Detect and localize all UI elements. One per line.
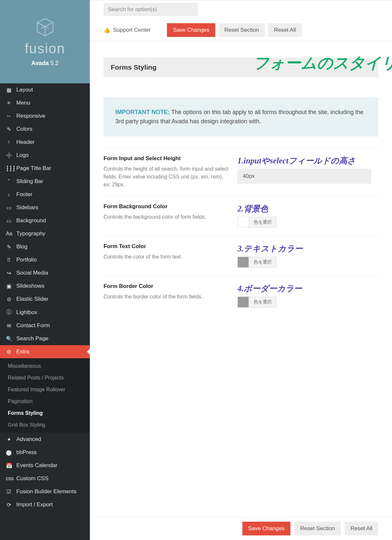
fusion-logo-icon (35, 17, 56, 38)
sidebar-item-label: Custom CSS (16, 475, 48, 482)
text-color-picker[interactable]: 色を選択 (237, 257, 277, 268)
annotation-2: 2.背景色 (237, 203, 378, 214)
sidebar-item-fusion-builder-elements[interactable]: ☑Fusion Builder Elements (0, 485, 90, 498)
save-changes-button-footer[interactable]: Save Changes (242, 522, 291, 535)
annotation-3: 3.テキストカラー (237, 243, 378, 254)
sidebar-item-label: Search Page (16, 335, 48, 342)
events-calendar-icon: 📅 (6, 463, 12, 469)
contact-form-icon: ✉ (6, 323, 12, 329)
responsive-icon: ↔ (6, 113, 12, 119)
page-title-bar-icon: ┇┇┇ (6, 165, 12, 172)
portfolio-icon: ⠿ (6, 257, 12, 263)
color-swatch (238, 297, 249, 307)
option-title: Form Input and Select Height (104, 155, 230, 162)
sidebar-item-events-calendar[interactable]: 📅Events Calendar (0, 459, 90, 472)
sidebar-item-responsive[interactable]: ↔Responsive (0, 110, 90, 123)
sidebar-item-advanced[interactable]: ✦Advanced (0, 433, 90, 446)
sidebar-item-background[interactable]: ▭Background (0, 214, 90, 227)
main-content: 👍 Support Center Save Changes Reset Sect… (90, 0, 392, 540)
option-desc: Controls the border color of the form fi… (104, 293, 230, 301)
sidebar-item-slideshows[interactable]: ▣Slideshows (0, 279, 90, 293)
sidebar-subitem-pagination[interactable]: Pagination (0, 396, 90, 407)
sidebar-item-label: Fusion Builder Elements (16, 488, 76, 495)
sidebar-item-header[interactable]: ↑Header (0, 136, 90, 149)
header-icon: ↑ (6, 139, 12, 145)
sidebar-item-colors[interactable]: ✎Colors (0, 123, 90, 136)
fusion-builder-elements-icon: ☑ (6, 489, 12, 495)
sidebar-item-layout[interactable]: ▦Layout (0, 83, 90, 96)
blog-icon: ✎ (6, 244, 12, 250)
footer-toolbar: Save Changes Reset Section Reset All (90, 517, 392, 540)
brand-header: fusion Avada 5.2 (0, 0, 90, 83)
option-form-height: Form Input and Select Height Controls th… (104, 148, 378, 196)
sidebar-item-logo[interactable]: ➕Logo (0, 149, 90, 162)
reset-all-button[interactable]: Reset All (268, 23, 302, 37)
search-page-icon: 🔍 (6, 336, 12, 342)
sidebar-item-label: Social Media (16, 270, 48, 276)
brand-product: Avada 5.2 (31, 60, 58, 67)
sidebar-item-custom-css[interactable]: cssCustom CSS (0, 472, 90, 485)
option-desc: Controls the background color of form fi… (104, 213, 230, 221)
custom-css-icon: css (6, 476, 12, 481)
sidebar-item-contact-form[interactable]: ✉Contact Form (0, 319, 90, 332)
sidebar-item-portfolio[interactable]: ⠿Portfolio (0, 253, 90, 266)
sidebar-item-label: Sidebars (16, 204, 38, 211)
social-media-icon: ↪ (6, 270, 12, 276)
sidebar-subitem-featured-image-rollover[interactable]: Featured Image Rollover (0, 384, 90, 396)
sidebar-item-label: Events Calendar (16, 462, 57, 469)
footer-icon: ↓ (6, 192, 12, 197)
option-title: Form Text Color (104, 243, 230, 250)
option-form-text-color: Form Text Color Controls the color of th… (104, 236, 378, 276)
colors-icon: ✎ (6, 126, 12, 132)
sidebar-item-blog[interactable]: ✎Blog (0, 240, 90, 253)
sidebar-subitem-related-posts-projects[interactable]: Related Posts / Projects (0, 372, 90, 384)
sidebar-item-social-media[interactable]: ↪Social Media (0, 266, 90, 279)
sidebar-item-label: Page Title Bar (16, 165, 51, 172)
layout-icon: ▦ (6, 87, 12, 93)
sidebar-item-search-page[interactable]: 🔍Search Page (0, 332, 90, 345)
form-height-input[interactable] (237, 169, 371, 184)
sidebar-item-lightbox[interactable]: ⓘLightbox (0, 306, 90, 319)
save-changes-button[interactable]: Save Changes (167, 23, 215, 37)
brand-name: fusion (24, 41, 65, 57)
typography-icon: Aa (6, 231, 12, 237)
menu-icon: ≡ (6, 100, 12, 106)
sidebar-item-footer[interactable]: ↓Footer (0, 188, 90, 201)
sidebar-subitem-miscellaneous[interactable]: Miscellaneous (0, 360, 90, 372)
border-color-picker[interactable]: 色を選択 (237, 296, 277, 308)
support-center-link[interactable]: 👍 Support Center (104, 23, 151, 37)
sidebar-item-elastic-slider[interactable]: ⊝Elastic Slider (0, 293, 90, 306)
sidebar-subitem-grid-box-styling[interactable]: Grid Box Styling (0, 419, 90, 431)
bbpress-icon: ⬤ (6, 449, 12, 456)
sidebar-item-label: Slideshows (16, 283, 44, 289)
sidebar-item-label: Advanced (16, 436, 41, 443)
sidebar-item-sidebars[interactable]: ▭Sidebars (0, 201, 90, 214)
sidebar-item-label: Footer (16, 191, 32, 198)
option-form-bg-color: Form Background Color Controls the backg… (104, 196, 378, 236)
search-input[interactable] (104, 3, 198, 16)
sidebar-item-label: Contact Form (16, 322, 50, 329)
sidebar-item-typography[interactable]: AaTypography (0, 227, 90, 240)
sidebar-item-import-export[interactable]: ⟳Import / Export (0, 498, 90, 511)
sidebar-item-label: Sliding Bar (16, 178, 43, 185)
bg-color-picker[interactable]: 色を選択 (237, 217, 277, 228)
sidebar-item-label: Menu (16, 100, 30, 106)
sliding-bar-icon: ˅ (6, 178, 12, 185)
reset-section-button[interactable]: Reset Section (219, 23, 265, 37)
sidebar-item-page-title-bar[interactable]: ┇┇┇Page Title Bar (0, 162, 90, 175)
reset-section-button-footer[interactable]: Reset Section (294, 522, 341, 535)
sidebar-item-extra[interactable]: ⚙Extra (0, 345, 90, 358)
sidebar-item-menu[interactable]: ≡Menu (0, 96, 90, 110)
thumbs-up-icon: 👍 (104, 27, 110, 34)
option-title: Form Border Color (104, 283, 230, 290)
reset-all-button-footer[interactable]: Reset All (345, 522, 378, 535)
sidebar-item-sliding-bar[interactable]: ˅Sliding Bar (0, 175, 90, 188)
sidebar-subitem-forms-styling[interactable]: Forms Styling (0, 407, 90, 419)
sidebar-item-label: Background (16, 217, 46, 224)
topbar: 👍 Support Center Save Changes Reset Sect… (90, 0, 392, 41)
lightbox-icon: ⓘ (6, 309, 12, 316)
sidebar-item-bbpress[interactable]: ⬤bbPress (0, 446, 90, 459)
sidebar-nav: ▦Layout≡Menu↔Responsive✎Colors↑Header➕Lo… (0, 83, 90, 511)
advanced-icon: ✦ (6, 436, 12, 443)
color-swatch (238, 257, 249, 267)
